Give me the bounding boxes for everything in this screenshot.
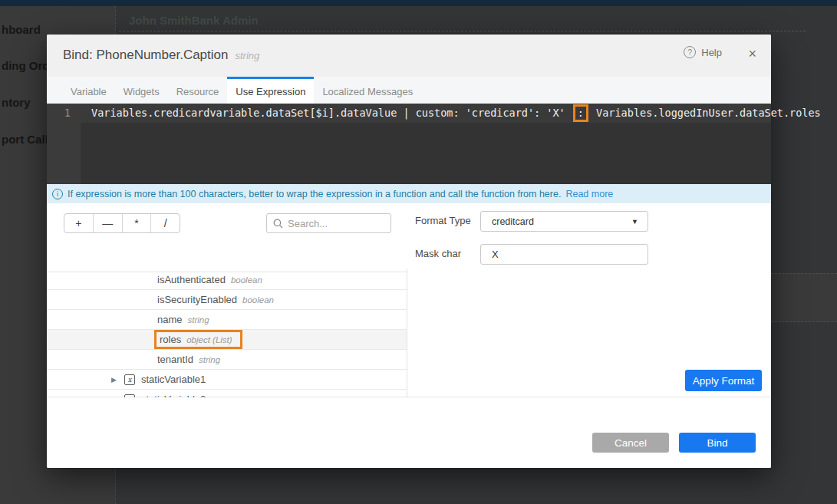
panel-divider [407, 268, 407, 397]
mask-char-input[interactable] [480, 244, 648, 265]
operator-button-group: + — * / [64, 213, 180, 233]
tree-item-type: boolean [231, 275, 262, 285]
background-page-heading: John SmithBank Admin [129, 14, 259, 27]
editor-gutter: 1 [47, 104, 81, 184]
expression-line[interactable]: Variables.credicardvariable.dataSet[$i].… [81, 104, 771, 123]
variable-icon: x [124, 374, 135, 385]
mask-char-label: Mask char [415, 248, 461, 259]
background-divider [119, 31, 806, 31]
search-icon [273, 219, 283, 229]
expression-editor[interactable]: 1 Variables.credicardvariable.dataSet[$i… [47, 104, 771, 184]
tree-item-name[interactable]: name string [47, 310, 407, 330]
app-top-bar [0, 0, 837, 6]
tree-item-tenantid[interactable]: tenantId string [47, 350, 407, 370]
tab-widgets[interactable]: Widgets [115, 77, 168, 104]
tree-item-type: string [199, 355, 220, 364]
background-widget-band [771, 273, 837, 322]
tree-item-label: name [157, 314, 183, 325]
tree-item-label: tenantId [157, 354, 193, 365]
tree-item-label: roles [160, 334, 181, 345]
help-label: Help [701, 47, 722, 58]
tree-item-issecurityenabled[interactable]: isSecurityEnabled boolean [47, 290, 407, 310]
expression-info-bar: i If expression is more than 100 charact… [47, 184, 771, 203]
expression-before: Variables.credicardvariable.dataSet[$i].… [91, 107, 572, 119]
tree-item-label: isSecurityEnabled [157, 294, 237, 305]
tab-localized-messages[interactable]: Localized Messages [314, 77, 421, 104]
apply-format-button[interactable]: Apply Format [685, 370, 762, 391]
tree-item-staticvariable1[interactable]: ▶ x staticVariable1 [47, 370, 407, 390]
sidebar-item-inventory[interactable]: ntory [2, 96, 31, 109]
tree-item-isauthenticated[interactable]: isAuthenticated boolean [47, 272, 407, 290]
tab-resource[interactable]: Resource [168, 77, 228, 104]
dialog-tab-bar: Variable Widgets Resource Use Expression… [47, 77, 771, 104]
variable-tree[interactable]: isAuthenticated boolean isSecurityEnable… [47, 272, 407, 397]
expand-caret-icon[interactable]: ▶ [111, 376, 117, 384]
line-number: 1 [47, 104, 81, 123]
dialog-title-type: string [235, 50, 259, 61]
expression-after: Variables.loggedInUser.dataSet.roles [590, 107, 821, 119]
tree-item-label: isAuthenticated [157, 274, 226, 285]
tab-variable[interactable]: Variable [62, 77, 115, 104]
format-type-value: creditcard [492, 216, 534, 227]
variable-icon: x [124, 394, 135, 398]
chevron-down-icon: ▼ [631, 218, 638, 226]
format-type-label: Format Type [415, 215, 471, 226]
expand-caret-icon[interactable]: ▶ [111, 396, 117, 398]
dialog-title: Bind: PhoneNumber.Captionstring [63, 48, 259, 63]
tree-item-label: staticVariable2 [141, 394, 206, 397]
info-text: If expression is more than 100 character… [68, 189, 561, 199]
close-icon[interactable]: × [748, 47, 756, 61]
roles-highlight-box: roles object (List) [154, 330, 242, 349]
tree-item-staticvariable2[interactable]: ▶ x staticVariable2 [47, 390, 407, 397]
divide-operator-button[interactable]: / [151, 214, 180, 232]
dialog-header: Bind: PhoneNumber.Captionstring ? Help × [47, 35, 771, 77]
info-icon: i [52, 189, 63, 199]
minus-operator-button[interactable]: — [94, 214, 123, 232]
tree-item-type: string [188, 315, 209, 324]
sidebar-item-dashboard[interactable]: hboard [2, 23, 41, 36]
dialog-title-text: Bind: PhoneNumber.Caption [63, 48, 228, 62]
dialog-footer: Cancel Bind [47, 415, 771, 468]
cancel-button[interactable]: Cancel [592, 433, 669, 453]
read-more-link[interactable]: Read more [565, 189, 613, 199]
bind-button[interactable]: Bind [679, 433, 756, 453]
plus-operator-button[interactable]: + [64, 214, 94, 232]
bind-dialog: Bind: PhoneNumber.Captionstring ? Help ×… [47, 35, 771, 468]
tree-item-roles-selected[interactable]: roles object (List) [47, 330, 407, 350]
expression-highlighted-token: : [573, 104, 588, 122]
tree-search[interactable] [266, 213, 391, 233]
tree-item-label: staticVariable1 [141, 374, 206, 385]
help-icon: ? [684, 46, 696, 58]
format-type-select[interactable]: creditcard ▼ [480, 211, 648, 232]
multiply-operator-button[interactable]: * [123, 214, 152, 232]
search-input[interactable] [288, 218, 372, 229]
tree-item-type: object (List) [186, 335, 232, 344]
dialog-body: + — * / isAuthenticated boolean isSecuri… [47, 203, 771, 397]
help-button[interactable]: ? Help [684, 46, 722, 58]
tree-item-type: boolean [242, 295, 274, 305]
tab-use-expression[interactable]: Use Expression [227, 77, 314, 104]
